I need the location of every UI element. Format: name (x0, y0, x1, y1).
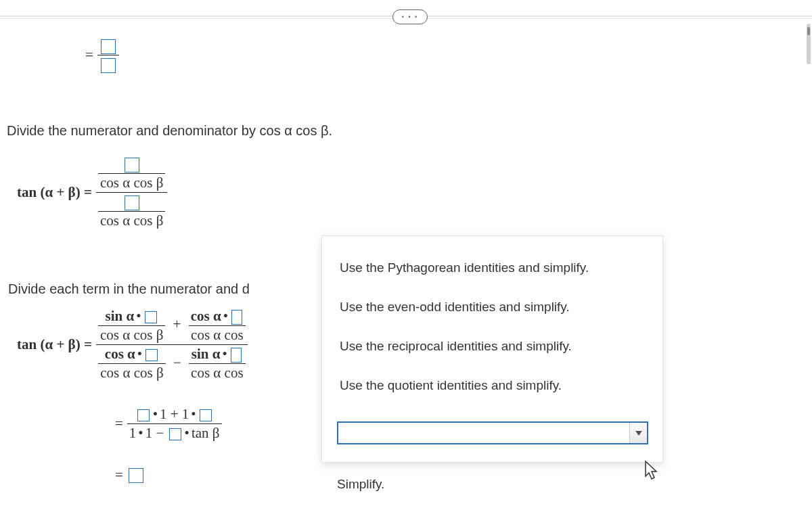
equation-step-0: = (81, 37, 119, 73)
dot-icon: • (135, 346, 144, 362)
answer-input[interactable] (145, 349, 158, 361)
answer-input[interactable] (137, 409, 150, 421)
lhs-label: tan (α + β) = (17, 336, 92, 353)
answer-input[interactable] (101, 58, 116, 73)
math-text: 1 − (145, 425, 164, 441)
dot-icon: • (151, 406, 160, 422)
big-fraction: sin α• cos α cos β + cos α• cos α cos co… (96, 308, 248, 382)
dot-icon: • (220, 346, 229, 362)
answer-input[interactable] (125, 196, 139, 210)
cursor-icon (643, 460, 660, 480)
math-text: 1 + 1 (160, 406, 189, 422)
math-text: sin α (191, 346, 221, 362)
answer-input[interactable] (125, 158, 139, 172)
scrollbar-thumb[interactable] (807, 27, 810, 35)
instruction-text: Simplify. (337, 477, 384, 492)
minus-sign: − (173, 354, 181, 371)
answer-input[interactable] (231, 348, 242, 363)
svg-marker-0 (635, 431, 642, 436)
dropdown-option[interactable]: Use the Pythagorean identities and simpl… (337, 248, 649, 288)
math-text: cos α cos (189, 365, 246, 382)
dot-icon: • (136, 425, 145, 441)
answer-input[interactable] (101, 39, 116, 54)
equation-step-4: = (111, 467, 145, 484)
dropdown-option[interactable]: Use the even-odd identities and simplify… (337, 288, 649, 327)
equals-sign: = (115, 415, 123, 432)
equation-step-2: tan (α + β) = sin α• cos α cos β + cos α… (17, 308, 248, 382)
math-text: cos α (191, 308, 221, 324)
term-fraction: cos α• cos α cos β (98, 346, 165, 382)
dot-icon: • (134, 308, 143, 324)
fraction: •1 + 1• 1•1 − •tan β (127, 406, 222, 442)
big-fraction: cos α cos β cos α cos β (96, 156, 167, 229)
equals-sign: = (85, 47, 93, 64)
equals-sign: = (115, 467, 123, 484)
equation-step-1: tan (α + β) = cos α cos β cos α cos β (17, 156, 167, 229)
equation-step-3: = •1 + 1• 1•1 − •tan β (111, 406, 222, 442)
dot-icon: • (221, 308, 230, 324)
math-text: cos α cos β (98, 365, 165, 382)
dot-icon: • (189, 406, 198, 422)
math-text: tan β (191, 425, 220, 441)
inner-fraction-bot: cos α cos β (98, 193, 165, 229)
lhs-label: tan (α + β) = (17, 184, 92, 201)
dropdown-option[interactable]: Use the reciprocal identities and simpli… (337, 327, 649, 366)
answer-input[interactable] (169, 428, 181, 440)
dropdown-option[interactable]: Use the quotient identities and simplify… (337, 366, 649, 405)
math-text: sin α (106, 308, 135, 324)
math-text: cos α cos β (98, 327, 165, 344)
instruction-text: Divide the numerator and denominator by … (7, 123, 332, 139)
fraction (97, 37, 119, 73)
math-text: cos α (105, 346, 135, 362)
denom-text: cos α cos β (98, 212, 165, 229)
answer-input[interactable] (145, 311, 157, 323)
page: • • • = Divide the numerator and denomin… (0, 0, 812, 506)
dropdown-panel: Use the Pythagorean identities and simpl… (321, 235, 663, 463)
chevron-down-icon (629, 423, 647, 443)
dot-icon: • (183, 425, 191, 441)
term-fraction: sin α• cos α cos β (98, 308, 165, 344)
inner-fraction-top: cos α cos β (98, 156, 165, 191)
answer-input[interactable] (200, 409, 212, 421)
plus-sign: + (173, 316, 181, 332)
instruction-text: Divide each term in the numerator and d (8, 281, 325, 297)
math-text: 1 (129, 425, 137, 441)
answer-input[interactable] (129, 468, 143, 483)
more-button[interactable]: • • • (392, 9, 428, 24)
answer-input[interactable] (231, 310, 242, 325)
term-fraction: sin α• cos α cos (189, 346, 246, 382)
denom-text: cos α cos β (98, 175, 165, 191)
term-fraction: cos α• cos α cos (189, 308, 246, 344)
dropdown-select[interactable] (337, 421, 648, 444)
math-text: cos α cos (189, 327, 246, 344)
